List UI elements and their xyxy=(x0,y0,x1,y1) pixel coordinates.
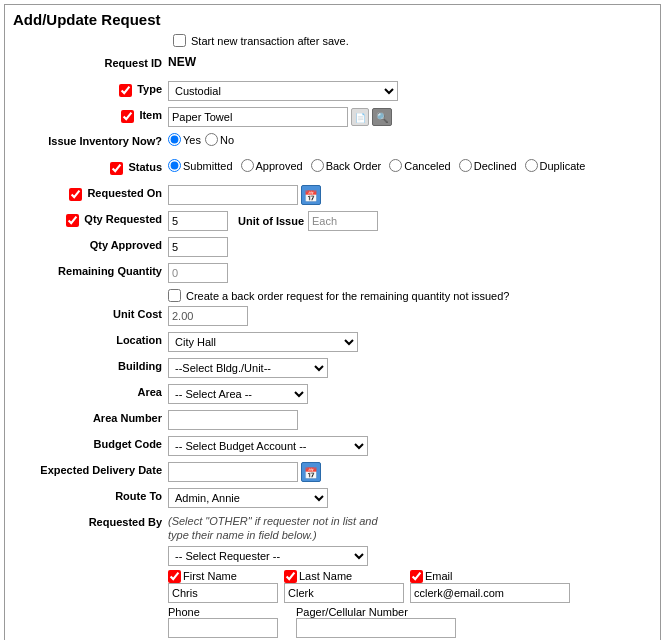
area-select[interactable]: -- Select Area -- xyxy=(168,384,308,404)
delivery-date-label: Expected Delivery Date xyxy=(13,462,168,476)
request-id-row: Request ID NEW xyxy=(13,55,652,77)
pager-label: Pager/Cellular Number xyxy=(296,606,408,618)
item-checkbox[interactable] xyxy=(121,110,134,123)
email-label: Email xyxy=(425,570,453,582)
phone-row: Phone Pager/Cellular Number xyxy=(168,606,456,638)
budget-code-row: Budget Code -- Select Budget Account -- xyxy=(13,436,652,458)
status-radio-group: Submitted Approved Back Order Canceled D… xyxy=(168,159,589,172)
issue-inventory-row: Issue Inventory Now? Yes No xyxy=(13,133,652,155)
budget-code-select[interactable]: -- Select Budget Account -- xyxy=(168,436,368,456)
unit-of-issue-label: Unit of Issue xyxy=(238,215,304,227)
item-row: Item 📄 🔍 xyxy=(13,107,652,129)
area-number-input[interactable] xyxy=(168,410,298,430)
area-row: Area -- Select Area -- xyxy=(13,384,652,406)
requested-on-row: Requested On 📅 xyxy=(13,185,652,207)
start-new-transaction-label: Start new transaction after save. xyxy=(191,35,349,47)
remaining-qty-label: Remaining Quantity xyxy=(13,263,168,277)
budget-code-label: Budget Code xyxy=(13,436,168,450)
no-radio[interactable] xyxy=(205,133,218,146)
backorder-label: Create a back order request for the rema… xyxy=(186,290,509,302)
pager-input[interactable] xyxy=(296,618,456,638)
building-row: Building --Select Bldg./Unit-- xyxy=(13,358,652,380)
status-row: Status Submitted Approved Back Order xyxy=(13,159,652,181)
status-label: Status xyxy=(128,161,162,173)
area-number-label: Area Number xyxy=(13,410,168,424)
building-select[interactable]: --Select Bldg./Unit-- xyxy=(168,358,328,378)
unit-cost-row: Unit Cost xyxy=(13,306,652,328)
request-id-content: NEW xyxy=(168,55,652,69)
status-duplicate[interactable] xyxy=(525,159,538,172)
type-checkbox[interactable] xyxy=(119,84,132,97)
start-new-transaction-checkbox[interactable] xyxy=(173,34,186,47)
first-name-input[interactable] xyxy=(168,583,278,603)
delivery-date-row: Expected Delivery Date 📅 xyxy=(13,462,652,484)
request-id-value: NEW xyxy=(168,55,196,69)
main-container: Add/Update Request Start new transaction… xyxy=(4,4,661,640)
first-name-label: First Name xyxy=(183,570,237,582)
item-doc-icon[interactable]: 📄 xyxy=(351,108,369,126)
qty-approved-label: Qty Approved xyxy=(13,237,168,251)
first-name-group: First Name xyxy=(168,570,278,603)
location-label: Location xyxy=(13,332,168,346)
phone-input[interactable] xyxy=(168,618,278,638)
unit-of-issue-input xyxy=(308,211,378,231)
requester-select-wrapper: -- Select Requester -- xyxy=(168,546,368,566)
unit-cost-label: Unit Cost xyxy=(13,306,168,320)
type-label: Type xyxy=(137,83,162,95)
status-canceled[interactable] xyxy=(389,159,402,172)
location-select[interactable]: City Hall xyxy=(168,332,358,352)
item-search-icon[interactable]: 🔍 xyxy=(372,108,392,126)
phone-label: Phone xyxy=(168,606,200,618)
type-select[interactable]: Custodial xyxy=(168,81,398,101)
delivery-date-calendar-icon[interactable]: 📅 xyxy=(301,462,321,482)
building-label: Building xyxy=(13,358,168,372)
location-row: Location City Hall xyxy=(13,332,652,354)
delivery-date-input[interactable] xyxy=(168,462,298,482)
email-input[interactable] xyxy=(410,583,570,603)
area-label: Area xyxy=(13,384,168,398)
route-to-label: Route To xyxy=(13,488,168,502)
requested-on-label: Requested On xyxy=(87,187,162,199)
route-to-select[interactable]: Admin, Annie xyxy=(168,488,328,508)
requested-on-calendar-icon[interactable]: 📅 xyxy=(301,185,321,205)
no-radio-label: No xyxy=(205,133,234,146)
email-checkbox[interactable] xyxy=(410,570,423,583)
qty-requested-row: Qty Requested Unit of Issue xyxy=(13,211,652,233)
last-name-label: Last Name xyxy=(299,570,352,582)
status-submitted[interactable] xyxy=(168,159,181,172)
requested-by-row: Requested By (Select "OTHER" if requeste… xyxy=(13,514,652,640)
last-name-checkbox[interactable] xyxy=(284,570,297,583)
backorder-checkbox[interactable] xyxy=(168,289,181,302)
phone-group: Phone xyxy=(168,606,278,638)
requested-on-checkbox[interactable] xyxy=(69,188,82,201)
request-id-label: Request ID xyxy=(13,55,168,69)
requester-note: (Select "OTHER" if requester not in list… xyxy=(168,514,378,543)
start-new-transaction-row: Start new transaction after save. xyxy=(173,34,652,47)
status-backorder[interactable] xyxy=(311,159,324,172)
area-number-row: Area Number xyxy=(13,410,652,432)
email-group: Email xyxy=(410,570,570,603)
requested-on-input[interactable] xyxy=(168,185,298,205)
page-title: Add/Update Request xyxy=(13,11,652,28)
yes-radio-label: Yes xyxy=(168,133,201,146)
issue-inventory-label: Issue Inventory Now? xyxy=(13,133,168,147)
pager-group: Pager/Cellular Number xyxy=(296,606,456,638)
status-checkbox[interactable] xyxy=(110,162,123,175)
qty-requested-label: Qty Requested xyxy=(84,213,162,225)
yes-radio[interactable] xyxy=(168,133,181,146)
backorder-row: Create a back order request for the rema… xyxy=(168,289,652,302)
unit-cost-input[interactable] xyxy=(168,306,248,326)
first-name-checkbox[interactable] xyxy=(168,570,181,583)
status-approved[interactable] xyxy=(241,159,254,172)
status-declined[interactable] xyxy=(459,159,472,172)
remaining-qty-input xyxy=(168,263,228,283)
last-name-input[interactable] xyxy=(284,583,404,603)
qty-approved-input[interactable] xyxy=(168,237,228,257)
item-label: Item xyxy=(139,109,162,121)
qty-approved-row: Qty Approved xyxy=(13,237,652,259)
requester-select[interactable]: -- Select Requester -- xyxy=(168,546,368,566)
qty-requested-input[interactable] xyxy=(168,211,228,231)
item-input[interactable] xyxy=(168,107,348,127)
qty-requested-checkbox[interactable] xyxy=(66,214,79,227)
last-name-group: Last Name xyxy=(284,570,404,603)
